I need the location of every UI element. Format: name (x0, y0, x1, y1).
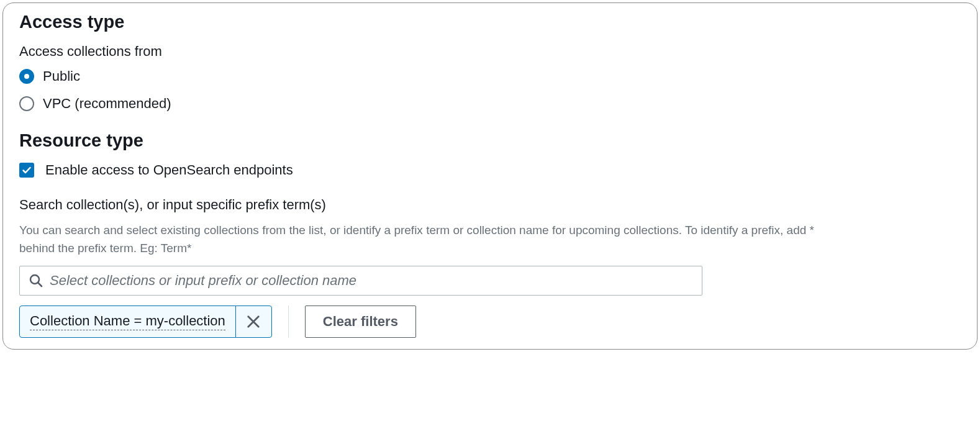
access-config-panel: Access type Access collections from Publ… (2, 2, 978, 350)
enable-opensearch-label: Enable access to OpenSearch endpoints (45, 162, 293, 178)
checkbox-checked-icon (19, 163, 34, 178)
filter-remove-button[interactable] (235, 306, 271, 337)
radio-unselected-icon (19, 96, 34, 111)
radio-vpc-label: VPC (recommended) (43, 96, 171, 112)
access-type-heading: Access type (19, 12, 961, 32)
filter-row: Collection Name = my-collection Clear fi… (19, 306, 961, 338)
access-from-label: Access collections from (19, 43, 961, 60)
svg-line-1 (38, 283, 42, 286)
radio-selected-icon (19, 69, 34, 84)
filter-token-text: Collection Name = my-collection (30, 313, 225, 330)
radio-public[interactable]: Public (19, 68, 961, 84)
radio-vpc[interactable]: VPC (recommended) (19, 96, 961, 112)
vertical-divider (288, 306, 289, 338)
search-icon (29, 273, 43, 288)
clear-filters-button[interactable]: Clear filters (305, 306, 416, 338)
enable-opensearch-checkbox[interactable]: Enable access to OpenSearch endpoints (19, 162, 961, 178)
resource-type-heading: Resource type (19, 130, 961, 151)
search-input[interactable] (50, 273, 693, 289)
access-type-radio-group: Public VPC (recommended) (19, 68, 961, 112)
search-collections-label: Search collection(s), or input specific … (19, 197, 961, 213)
filter-token: Collection Name = my-collection (19, 306, 272, 338)
search-helper-text: You can search and select existing colle… (19, 222, 851, 257)
radio-public-label: Public (43, 68, 80, 84)
close-icon (247, 315, 260, 328)
search-input-container[interactable] (19, 266, 702, 296)
